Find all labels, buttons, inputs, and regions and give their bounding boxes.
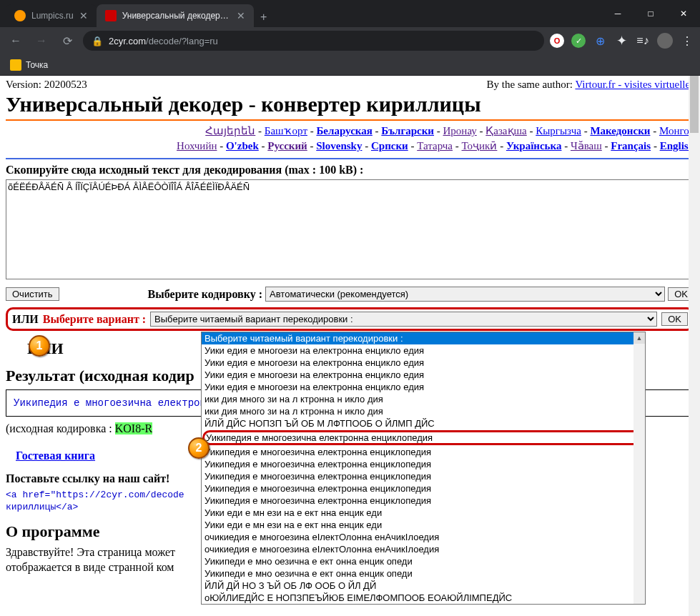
variant-row-highlighted: ИЛИ Выберите вариант : Выберите читаемый… — [6, 307, 694, 331]
dropdown-option[interactable]: ики дия много зи на л ктронна н икло дия — [202, 393, 645, 405]
version-text: Version: 20200523 — [6, 79, 87, 91]
dropdown-option[interactable]: Уики едия е многоези на електронна енцик… — [202, 381, 645, 393]
lang-link[interactable]: Татарча — [417, 140, 453, 151]
bookmarks-bar: Точка — [0, 54, 700, 76]
source-textarea[interactable]: õÉËÉÐÅÄÉÑ Å ÍÎÏÇÏÅÚÉÞÐÁ ÅÌÅËÔÒÏÎÎÁ ÅÎÃÉË… — [6, 179, 694, 279]
lang-link[interactable]: Français — [611, 140, 651, 151]
avatar-icon[interactable] — [657, 33, 673, 49]
dropdown-option[interactable]: Уикипедия е многоезична електронна енцик… — [202, 458, 645, 470]
divider — [6, 158, 694, 159]
dropdown-option[interactable]: Уики еди е мн ези на е ект нна енцик еди — [202, 507, 645, 519]
dropdown-option-highlighted[interactable]: Уикипедия е многоезична електронна енцик… — [202, 430, 644, 445]
dropdown-option[interactable]: Уикипедия е многоезична електронна енцик… — [202, 446, 645, 458]
dropdown-option[interactable]: ики дия много зи на л ктронна н икло дия — [202, 405, 645, 417]
scroll-up-icon[interactable]: ▲ — [634, 332, 645, 344]
clear-button[interactable]: Очистить — [6, 287, 59, 301]
dropdown-option[interactable]: очикиедия е многоезина еІлектОлонна енАч… — [202, 543, 645, 555]
close-button[interactable]: ✕ — [667, 0, 700, 27]
window-controls: ─ □ ✕ — [601, 0, 700, 27]
maximize-button[interactable]: □ — [634, 0, 667, 27]
tab-lumpics[interactable]: Lumpics.ru ✕ — [6, 4, 97, 27]
forward-button[interactable]: → — [31, 31, 51, 51]
variant-select[interactable]: Выберите читаемый вариант перекодировки … — [150, 312, 657, 327]
encoding-label: Выберите кодировку : — [148, 288, 262, 301]
back-button[interactable]: ← — [6, 31, 26, 51]
page-scrollbar[interactable] — [689, 76, 700, 616]
lang-link[interactable]: Беларуская — [316, 125, 372, 136]
dropdown-option[interactable]: Уики едия е многоези на електронна енцик… — [202, 357, 645, 369]
url-path: /decode/?lang=ru — [146, 36, 218, 46]
encoding-select[interactable]: Автоматически (рекомендуется) — [265, 287, 665, 302]
author-text: By the same author: Virtour.fr - visites… — [487, 79, 694, 91]
divider — [6, 119, 694, 121]
dropdown-option-selected[interactable]: Выберите читаемый вариант перекодировки … — [202, 332, 645, 344]
dropdown-option[interactable]: Уикипедия е многоезична електронна енцик… — [202, 495, 645, 507]
callout-badge-2: 2 — [188, 437, 209, 459]
lang-link[interactable]: Українська — [506, 140, 562, 151]
dropdown-option[interactable]: ЙЛЙ ДЙС НОПЗП ЪЙ ОБ М ЛФТПООБ О ЙЛМП ДЙС — [202, 417, 645, 429]
lang-link[interactable]: Чӑваш — [571, 140, 602, 151]
lang-link[interactable]: Հայերեն — [205, 125, 255, 136]
puzzle-ext-icon[interactable]: ✦ — [614, 34, 628, 48]
minimize-button[interactable]: ─ — [601, 0, 634, 27]
dropdown-option[interactable]: оЮЙЛИЕДЙС Е НОПЗПЕЪЙЮБ ЕІМЕЛФОМПООБ ЕОАЮ… — [202, 592, 645, 604]
dropdown-option[interactable]: очикиедия е многоезина еІлектОлонна енАч… — [202, 531, 645, 543]
extension-icons: O ✓ ⊕ ✦ ≡♪ ⋮ — [550, 33, 694, 49]
address-bar: ← → ⟳ 🔒 2cyr.com/decode/?lang=ru O ✓ ⊕ ✦… — [0, 27, 700, 54]
close-icon[interactable]: ✕ — [79, 10, 88, 21]
source-prompt: Скопируйте сюда исходный текст для декод… — [6, 164, 694, 177]
lang-link[interactable]: Қазақша — [485, 125, 526, 136]
lang-link[interactable]: Македонски — [590, 125, 650, 136]
new-tab-button[interactable]: + — [254, 7, 274, 27]
guestbook-link[interactable]: Гостевая книга — [16, 449, 95, 462]
lang-link[interactable]: Български — [381, 125, 434, 136]
favicon-decoder — [105, 10, 117, 21]
dropdown-option[interactable]: Уикипедия е многоезична електронна енцик… — [202, 470, 645, 482]
folder-icon — [10, 59, 21, 71]
scrollbar-thumb[interactable] — [690, 76, 699, 133]
author-link[interactable]: Virtour.fr - visites virtuelles — [575, 79, 694, 90]
callout-badge-1: 1 — [29, 335, 50, 357]
check-ext-icon[interactable]: ✓ — [571, 34, 586, 48]
browser-titlebar: Lumpics.ru ✕ Универсальный декодер - кон… — [0, 0, 700, 27]
lock-icon: 🔒 — [92, 36, 103, 46]
page-title: Универсальный декодер - конвертер кирилл… — [6, 92, 694, 116]
dropdown-option[interactable]: Уики еди е мн ези на е ект нна енцик еди — [202, 519, 645, 531]
lang-link[interactable]: Кыргызча — [536, 125, 581, 136]
tab-decoder[interactable]: Универсальный декодер - конв ✕ — [97, 4, 254, 27]
tab-label: Lumpics.ru — [31, 11, 74, 21]
dropdown-option[interactable]: Уики едия е многоези на електронна енцик… — [202, 344, 645, 357]
dropdown-scrollbar[interactable]: ▲ — [634, 332, 645, 604]
lang-link[interactable]: Русский — [267, 140, 307, 151]
lang-link[interactable]: Иронау — [443, 125, 477, 136]
lang-link[interactable]: Тоҷикӣ — [462, 140, 498, 151]
lang-link[interactable]: O'zbek — [226, 140, 259, 151]
ok-button[interactable]: OK — [661, 312, 688, 326]
dropdown-option[interactable]: Уикипедия е многоезична електронна енцик… — [202, 482, 645, 495]
opera-ext-icon[interactable]: O — [550, 34, 564, 48]
playlist-ext-icon[interactable]: ≡♪ — [636, 34, 650, 48]
variant-dropdown-list[interactable]: Выберите читаемый вариант перекодировки … — [201, 332, 646, 605]
tab-label: Универсальный декодер - конв — [122, 11, 231, 21]
lang-link[interactable]: Башҡорт — [265, 125, 307, 136]
or-label: ИЛИ — [12, 313, 39, 326]
variant-label: Выберите вариант : — [43, 313, 146, 326]
dropdown-option[interactable]: ЙЛЙ ДЙ НО З ЪЙ ОБ ЛФ ООБ О ЙЛ ДЙ — [202, 580, 645, 592]
dropdown-option[interactable]: Уикипеди е мно оезична е ект онна енцик … — [202, 555, 645, 567]
lang-link[interactable]: Нохчийн — [177, 140, 217, 151]
bookmark-item[interactable]: Точка — [26, 60, 48, 70]
favicon-lumpics — [14, 10, 26, 21]
url-input[interactable]: 🔒 2cyr.com/decode/?lang=ru — [83, 31, 544, 51]
dropdown-option[interactable]: Уики едия е многоези на електронна енцик… — [202, 369, 645, 381]
reload-button[interactable]: ⟳ — [57, 31, 77, 51]
globe-ext-icon[interactable]: ⊕ — [593, 34, 607, 48]
lang-link[interactable]: Slovensky — [316, 140, 362, 151]
encoding-highlight: KOI8-R — [115, 422, 152, 434]
language-links: Հայերեն - Башҡорт - Беларуская - Българс… — [6, 124, 694, 154]
url-domain: 2cyr.com — [109, 36, 146, 46]
menu-icon[interactable]: ⋮ — [680, 34, 694, 48]
dropdown-option[interactable]: Уикипеди е мно оезична е ект онна енцик … — [202, 567, 645, 580]
close-icon[interactable]: ✕ — [237, 10, 245, 21]
lang-link[interactable]: Српски — [371, 140, 408, 151]
